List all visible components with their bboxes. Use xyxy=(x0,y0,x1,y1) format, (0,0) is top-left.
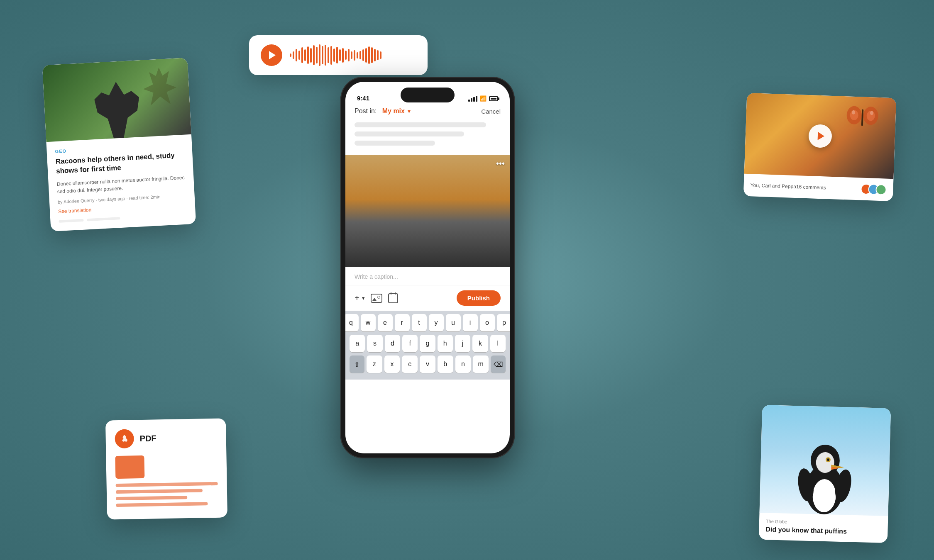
key-j[interactable]: j xyxy=(455,335,470,352)
pdf-lines xyxy=(116,482,218,507)
waveform-bar xyxy=(336,47,338,63)
video-play-button[interactable] xyxy=(808,124,832,148)
puffin-title: Did you know that puffins xyxy=(765,526,881,536)
phone-container: 9:41 📶 xyxy=(340,77,515,458)
phone-time: 9:41 xyxy=(357,95,369,102)
key-z[interactable]: z xyxy=(367,355,382,373)
waveform-bar xyxy=(342,48,344,63)
audio-player xyxy=(249,35,428,75)
avatar-3 xyxy=(875,184,887,195)
waveform-bar xyxy=(333,49,335,62)
phone-post-image: ••• xyxy=(345,155,510,267)
signal-bar-4 xyxy=(476,96,477,102)
post-in-label: Post in: xyxy=(355,107,377,114)
key-k[interactable]: k xyxy=(472,335,488,352)
waveform-bar xyxy=(348,49,350,61)
video-thumbnail xyxy=(744,93,897,179)
key-c[interactable]: c xyxy=(402,355,418,373)
pdf-line-1 xyxy=(116,482,218,487)
article-body: GEO Racoons help others in need, study s… xyxy=(46,134,196,231)
text-line-2 xyxy=(355,131,464,136)
audio-play-button[interactable] xyxy=(261,44,282,66)
key-r[interactable]: r xyxy=(395,314,410,331)
key-y[interactable]: y xyxy=(429,314,444,331)
key-shift[interactable]: ⇧ xyxy=(350,355,364,373)
key-f[interactable]: f xyxy=(402,335,418,352)
add-icon[interactable]: + xyxy=(355,293,359,303)
key-m[interactable]: m xyxy=(473,355,489,373)
key-p[interactable]: p xyxy=(497,314,510,331)
add-chevron-icon[interactable]: ▾ xyxy=(362,295,365,301)
phone-keyboard: q w e r t y u i o p a s d xyxy=(345,311,510,380)
post-in-section: Post in: My mix ▾ xyxy=(355,107,411,115)
video-card: You, Carl and Peppa16 comments xyxy=(743,93,896,201)
waveform-bar xyxy=(330,46,332,65)
pdf-thumbnail xyxy=(115,455,144,479)
waveform-bar xyxy=(328,47,329,63)
pdf-logo-icon xyxy=(120,434,130,444)
phone-notch xyxy=(401,88,455,102)
keyboard-row-1: q w e r t y u i o p xyxy=(350,314,506,331)
signal-bar-2 xyxy=(471,98,472,102)
waveform-bar xyxy=(322,46,323,64)
keyboard-row-3: ⇧ z x c v b n m ⌫ xyxy=(350,355,506,373)
key-w[interactable]: w xyxy=(361,314,376,331)
key-q[interactable]: q xyxy=(345,314,359,331)
key-g[interactable]: g xyxy=(420,335,435,352)
key-s[interactable]: s xyxy=(367,335,382,352)
publish-button[interactable]: Publish xyxy=(457,290,501,306)
key-u[interactable]: u xyxy=(446,314,461,331)
pdf-line-4 xyxy=(116,502,208,507)
article-title: Racoons help others in need, study shows… xyxy=(55,151,185,176)
key-b[interactable]: b xyxy=(438,355,453,373)
waveform-bar xyxy=(354,50,355,61)
waveform-bar xyxy=(304,49,306,61)
key-n[interactable]: n xyxy=(455,355,471,373)
key-d[interactable]: d xyxy=(385,335,400,352)
key-a[interactable]: a xyxy=(350,335,365,352)
waveform-bar xyxy=(362,49,364,61)
image-icon[interactable] xyxy=(371,294,382,303)
waveform-bar xyxy=(359,51,361,59)
key-i[interactable]: i xyxy=(463,314,478,331)
article-image xyxy=(42,58,191,142)
key-h[interactable]: h xyxy=(438,335,453,352)
key-l[interactable]: l xyxy=(490,335,506,352)
key-t[interactable]: t xyxy=(412,314,427,331)
waveform-bar xyxy=(290,54,291,57)
key-e[interactable]: e xyxy=(378,314,393,331)
post-in-value[interactable]: My mix xyxy=(382,107,405,114)
waveform-bar xyxy=(316,47,318,63)
waveform-bar xyxy=(293,51,294,59)
post-in-chevron-icon[interactable]: ▾ xyxy=(408,108,411,114)
puffin-card: The Globe Did you know that puffins xyxy=(759,405,891,543)
article-translate-link[interactable]: See translation xyxy=(58,202,187,214)
pdf-header: PDF xyxy=(115,428,217,448)
pdf-line-3 xyxy=(116,496,187,500)
waveform-bar xyxy=(345,51,347,60)
key-backspace[interactable]: ⌫ xyxy=(491,355,506,373)
audio-waveform xyxy=(290,44,416,66)
calendar-icon[interactable] xyxy=(388,293,398,303)
phone-status-icons: 📶 xyxy=(468,95,498,102)
pdf-icon xyxy=(115,429,134,448)
text-line-3 xyxy=(355,141,435,146)
battery-icon xyxy=(489,96,498,101)
key-v[interactable]: v xyxy=(420,355,435,373)
waveform-bar xyxy=(374,49,376,61)
phone-toolbar: + ▾ Publish xyxy=(345,285,510,311)
key-o[interactable]: o xyxy=(480,314,495,331)
puffin-image xyxy=(760,405,891,516)
phone-caption-input[interactable]: Write a caption... xyxy=(345,268,510,285)
post-image-more-icon[interactable]: ••• xyxy=(496,159,505,168)
article-footer xyxy=(59,214,187,223)
signal-bar-3 xyxy=(473,97,475,102)
waveform-bar xyxy=(368,46,370,64)
pdf-card: PDF xyxy=(105,418,227,519)
video-comments-text: You, Carl and Peppa16 comments xyxy=(750,182,826,190)
key-x[interactable]: x xyxy=(384,355,400,373)
wifi-icon: 📶 xyxy=(480,95,487,102)
post-cancel-button[interactable]: Cancel xyxy=(481,108,501,115)
waveform-bar xyxy=(296,49,297,61)
waveform-bar xyxy=(310,48,312,63)
